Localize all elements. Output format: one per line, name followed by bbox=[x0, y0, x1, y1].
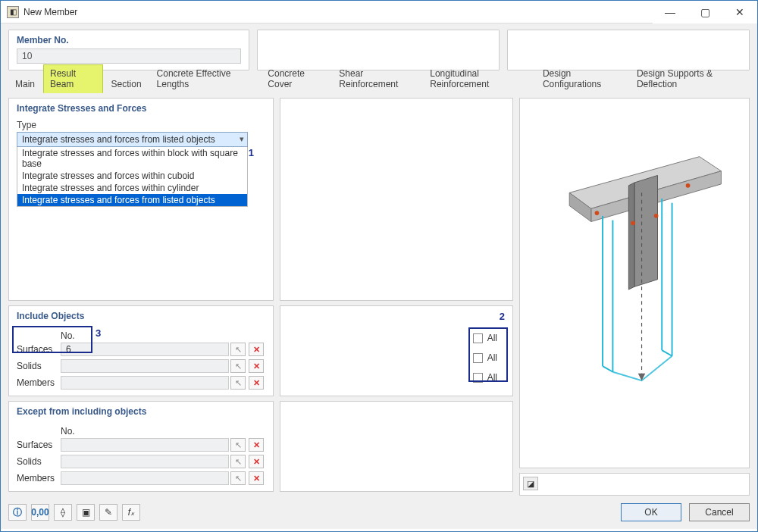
clear-except-solids-button[interactable]: ✕ bbox=[249, 455, 264, 468]
preview-svg bbox=[526, 105, 743, 462]
pick-except-solids-button[interactable]: ↖ bbox=[230, 455, 246, 468]
include-members-input[interactable] bbox=[61, 376, 229, 390]
except-solids-label: Solids bbox=[17, 456, 59, 467]
member-number-label: Member No. bbox=[17, 35, 241, 45]
tool-1-icon[interactable]: ⟠ bbox=[54, 504, 72, 521]
preview-tool-icon[interactable]: ◪ bbox=[523, 477, 538, 490]
all-solids-checkbox[interactable] bbox=[473, 353, 483, 363]
include-title: Include Objects bbox=[17, 311, 265, 321]
cursor-icon: ↖ bbox=[235, 474, 242, 483]
middle-column: 2 All All All bbox=[280, 98, 513, 496]
cursor-icon: ↖ bbox=[235, 440, 242, 450]
type-select[interactable]: Integrate stresses and forces from liste… bbox=[17, 132, 248, 147]
pick-solids-button[interactable]: ↖ bbox=[230, 359, 246, 373]
cursor-icon: ↖ bbox=[235, 378, 242, 388]
clear-surfaces-button[interactable]: ✕ bbox=[249, 343, 264, 356]
all-members-label: All bbox=[487, 372, 497, 383]
app-icon: ◧ bbox=[7, 6, 19, 18]
svg-point-8 bbox=[654, 214, 659, 218]
svg-point-6 bbox=[686, 183, 691, 188]
titlebar: ◧ New Member — ▢ ✕ bbox=[1, 1, 757, 23]
content-area: Integrate Stresses and Forces Type Integ… bbox=[1, 93, 757, 499]
except-title: Except from including objects bbox=[17, 406, 265, 417]
include-surfaces-label: Surfaces bbox=[17, 344, 59, 355]
all-members-row: All bbox=[288, 370, 505, 385]
except-row-surfaces: Surfaces ↖ ✕ bbox=[17, 438, 265, 452]
all-surfaces-checkbox[interactable] bbox=[473, 333, 483, 343]
help-icon[interactable]: ⓘ bbox=[8, 504, 27, 521]
tab-concrete-cover[interactable]: Concrete Cover bbox=[261, 64, 330, 93]
type-dropdown-list: Integrate stresses and forces within blo… bbox=[17, 147, 248, 207]
type-option-listed-objects[interactable]: Integrate stresses and forces from liste… bbox=[17, 194, 247, 206]
annotation-2: 2 bbox=[500, 311, 505, 322]
include-row-surfaces: Surfaces 6 ↖ ✕ bbox=[17, 343, 265, 356]
type-select-value: Integrate stresses and forces from liste… bbox=[22, 134, 215, 145]
include-surfaces-input[interactable]: 6 bbox=[61, 343, 229, 356]
type-option-block-square[interactable]: Integrate stresses and forces within blo… bbox=[17, 147, 247, 170]
annotation-1: 1 bbox=[249, 147, 254, 158]
clear-members-button[interactable]: ✕ bbox=[249, 376, 264, 390]
window-title: New Member bbox=[23, 7, 77, 17]
include-solids-input[interactable] bbox=[61, 359, 229, 373]
except-no-header: No. bbox=[59, 426, 265, 437]
maximize-button[interactable]: ▢ bbox=[688, 1, 722, 23]
tab-concrete-effective-lengths[interactable]: Concrete Effective Lengths bbox=[150, 64, 260, 93]
all-members-checkbox[interactable] bbox=[473, 373, 483, 383]
type-label: Type bbox=[17, 120, 265, 130]
except-surfaces-input[interactable] bbox=[61, 438, 229, 452]
pick-except-members-button[interactable]: ↖ bbox=[230, 471, 246, 485]
member-number-input[interactable] bbox=[17, 49, 241, 64]
x-icon: ✕ bbox=[253, 440, 260, 450]
all-surfaces-label: All bbox=[487, 333, 497, 343]
mid-empty-panel bbox=[280, 98, 513, 301]
tab-result-beam[interactable]: Result Beam bbox=[43, 64, 103, 93]
tab-section[interactable]: Section bbox=[105, 75, 149, 93]
except-row-members: Members ↖ ✕ bbox=[17, 471, 265, 485]
except-members-label: Members bbox=[17, 473, 59, 483]
pick-except-surfaces-button[interactable]: ↖ bbox=[230, 438, 246, 452]
preview-toolbar: ◪ bbox=[519, 473, 750, 496]
svg-point-7 bbox=[631, 221, 635, 226]
right-column: ◪ bbox=[519, 98, 750, 496]
tool-2-icon[interactable]: ▣ bbox=[77, 504, 95, 521]
pick-members-button[interactable]: ↖ bbox=[230, 376, 246, 390]
tab-design-configurations[interactable]: Design Configurations bbox=[536, 64, 628, 93]
tool-fx-icon[interactable]: fₓ bbox=[122, 504, 140, 521]
include-row-members: Members ↖ ✕ bbox=[17, 376, 265, 390]
tab-main[interactable]: Main bbox=[8, 75, 42, 93]
all-solids-label: All bbox=[487, 352, 497, 363]
tool-3-icon[interactable]: ✎ bbox=[99, 504, 117, 521]
tab-design-supports-deflection[interactable]: Design Supports & Deflection bbox=[630, 64, 748, 93]
annotation-3: 3 bbox=[96, 327, 101, 339]
type-option-cuboid[interactable]: Integrate stresses and forces within cub… bbox=[17, 170, 247, 182]
cursor-icon: ↖ bbox=[235, 457, 242, 467]
pick-surfaces-button[interactable]: ↖ bbox=[230, 343, 246, 356]
except-members-input[interactable] bbox=[61, 471, 229, 485]
include-no-header: No. bbox=[59, 330, 265, 341]
cursor-icon: ↖ bbox=[235, 361, 242, 371]
except-row-solids: Solids ↖ ✕ bbox=[17, 455, 265, 468]
integrate-card: Integrate Stresses and Forces Type Integ… bbox=[8, 98, 274, 301]
minimize-button[interactable]: — bbox=[653, 1, 688, 23]
ok-button[interactable]: OK bbox=[621, 503, 681, 521]
include-row-solids: Solids ↖ ✕ bbox=[17, 359, 265, 373]
clear-solids-button[interactable]: ✕ bbox=[249, 359, 264, 373]
preview-3d[interactable] bbox=[519, 98, 750, 468]
integrate-title: Integrate Stresses and Forces bbox=[17, 103, 265, 114]
close-button[interactable]: ✕ bbox=[722, 1, 757, 23]
tab-shear-reinforcement[interactable]: Shear Reinforcement bbox=[332, 64, 421, 93]
except-solids-input[interactable] bbox=[61, 455, 229, 468]
bottom-bar: ⓘ 0,00 ⟠ ▣ ✎ fₓ OK Cancel bbox=[1, 499, 757, 529]
clear-except-members-button[interactable]: ✕ bbox=[249, 471, 264, 485]
tabs: Main Result Beam Section Concrete Effect… bbox=[1, 75, 757, 93]
except-surfaces-label: Surfaces bbox=[17, 440, 59, 450]
svg-marker-4 bbox=[628, 183, 634, 289]
units-icon[interactable]: 0,00 bbox=[31, 504, 49, 521]
cancel-button[interactable]: Cancel bbox=[689, 503, 750, 521]
type-option-cylinder[interactable]: Integrate stresses and forces within cyl… bbox=[17, 182, 247, 194]
svg-marker-3 bbox=[634, 175, 658, 286]
x-icon: ✕ bbox=[253, 345, 260, 355]
all-surfaces-row: All bbox=[288, 330, 505, 346]
clear-except-surfaces-button[interactable]: ✕ bbox=[249, 438, 264, 452]
tab-longitudinal-reinforcement[interactable]: Longitudinal Reinforcement bbox=[423, 64, 534, 93]
